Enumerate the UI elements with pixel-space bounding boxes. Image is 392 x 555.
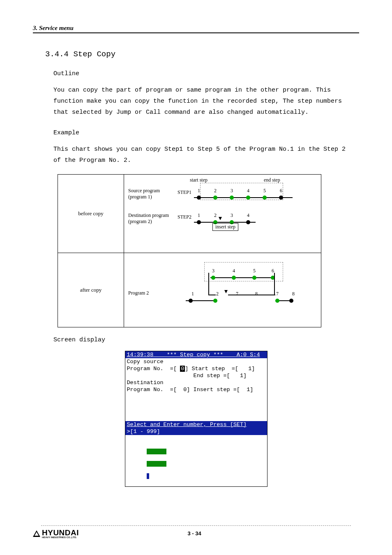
after-label: after copy	[58, 253, 124, 327]
page-header: 3. Service menu	[33, 25, 359, 33]
screen-line: Copy source	[125, 358, 267, 365]
screen-titlebar: 14:39:38 *** Step copy *** A:0 S:4	[125, 351, 267, 358]
logo-triangle-icon	[33, 530, 40, 537]
screen-line: Program No. =[ 0] Start step =[ 1]	[125, 365, 267, 372]
screen-blank	[125, 393, 267, 400]
footer-logo: HYUNDAI HEAVY INDUSTRIES CO.,LTD.	[33, 528, 79, 539]
num: 2	[213, 291, 221, 297]
num: 7	[233, 291, 241, 297]
num: 2	[211, 212, 219, 219]
example-text: This chart shows you can copy Step1 to S…	[53, 144, 351, 166]
num: 2	[211, 188, 219, 194]
num: 8	[252, 291, 261, 297]
num: 3	[228, 188, 236, 194]
screen-status: Select and Enter number, Press [SET]	[125, 421, 267, 428]
logo-subtext: HEAVY INDUSTRIES CO.,LTD.	[42, 536, 79, 539]
softkey-bar	[147, 449, 166, 454]
outline-label: Outline	[53, 70, 359, 77]
end-step-label: end step	[264, 177, 280, 183]
screen-softkeys	[125, 435, 267, 486]
program2-label: Program 2	[128, 290, 149, 296]
page-number: 3 - 34	[79, 530, 310, 537]
softkey-bar	[147, 473, 149, 479]
num: 3	[228, 212, 236, 219]
num: 4	[230, 268, 238, 274]
num: 5	[250, 268, 258, 274]
num: 6	[269, 268, 277, 274]
diagram-table: before copy start step end step Source p…	[58, 174, 321, 327]
start-step-label: start step	[190, 177, 208, 183]
softkey-bar	[147, 461, 166, 467]
num: 1	[189, 291, 197, 297]
step2-label: STEP2	[178, 214, 191, 220]
insert-step-label: insert step	[212, 223, 238, 231]
step1-label: STEP1	[178, 189, 191, 196]
screen-line: End step =[ 1]	[125, 372, 267, 379]
num: 6	[277, 188, 285, 194]
screen-line: Program No. =[ 0] Insert step =[ 1]	[125, 386, 267, 393]
num: 4	[244, 188, 252, 194]
screen-prompt: >[1 - 999]	[125, 428, 267, 435]
outline-text: You can copy the part of program or same…	[53, 85, 351, 118]
source-program-label: Source program (program 1)	[128, 188, 160, 200]
dest-program-label: Destination program (program 2)	[128, 212, 169, 225]
before-label: before copy	[58, 175, 124, 253]
num: 4	[244, 212, 252, 219]
screen-display-box: 14:39:38 *** Step copy *** A:0 S:4 Copy …	[125, 351, 267, 487]
screen-display-label: Screen display	[53, 336, 359, 343]
num: 1	[195, 212, 203, 219]
num: 1	[195, 188, 203, 194]
num: 3	[209, 268, 217, 274]
screen-line: Destination	[125, 379, 267, 386]
screen-blank	[125, 400, 267, 407]
num: 5	[261, 188, 269, 194]
example-label: Example	[53, 129, 359, 136]
section-title: 3.4.4 Step Copy	[45, 50, 359, 59]
screen-blank	[125, 407, 267, 414]
screen-blank	[125, 414, 267, 421]
